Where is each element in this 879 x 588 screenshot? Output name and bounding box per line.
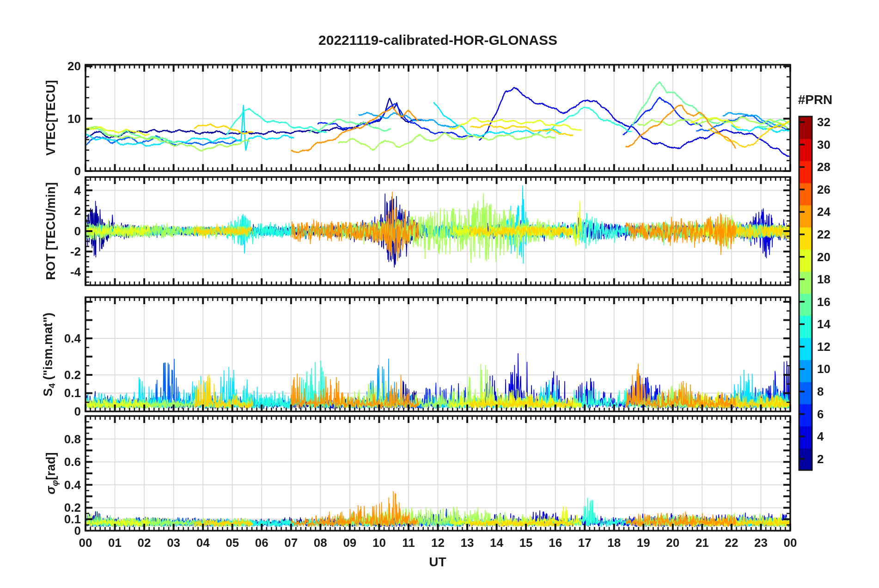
colorbar-tick-label: 8	[817, 384, 845, 399]
x-tick-label: 11	[392, 535, 425, 550]
x-tick-label: 22	[715, 535, 748, 550]
colorbar-tick-label: 14	[817, 317, 845, 331]
x-tick-label: 18	[598, 535, 630, 550]
x-tick-label: 23	[745, 535, 777, 550]
x-tick-label: 02	[128, 535, 160, 550]
x-tick-label: 12	[422, 535, 454, 550]
x-tick-label: 04	[187, 535, 219, 550]
colorbar-title: #PRN	[787, 92, 843, 107]
x-tick-label: 13	[451, 535, 483, 550]
x-tick-label: 21	[686, 535, 718, 550]
x-tick-label: 17	[568, 535, 601, 550]
x-tick-label: 06	[245, 535, 278, 550]
colorbar-tick-label: 16	[817, 294, 845, 309]
x-axis-label: UT	[391, 555, 484, 570]
colorbar-tick-label: 24	[817, 204, 845, 219]
chart-title: 20221119-calibrated-HOR-GLONASS	[85, 32, 790, 48]
x-tick-label: 20	[657, 535, 689, 550]
x-tick-label: 10	[363, 535, 395, 550]
colorbar-tick-label: 30	[817, 137, 845, 152]
colorbar-tick-label: 32	[817, 115, 845, 129]
colorbar-tick-label: 4	[817, 429, 845, 444]
x-tick-label: 07	[275, 535, 307, 550]
colorbar-tick-label: 28	[817, 159, 845, 174]
x-tick-label: 01	[99, 535, 131, 550]
y-axis-label-sigma: σφ[rad]	[43, 358, 59, 588]
x-tick-label: 03	[158, 535, 190, 550]
x-tick-label: 09	[334, 535, 366, 550]
x-tick-label: 15	[510, 535, 542, 550]
x-tick-label: 00	[774, 535, 806, 550]
x-tick-label: 00	[69, 535, 102, 550]
colorbar-tick-label: 2	[817, 452, 845, 466]
x-tick-label: 05	[216, 535, 249, 550]
x-tick-label: 14	[481, 535, 513, 550]
x-tick-label: 16	[539, 535, 572, 550]
figure-root: 20221119-calibrated-HOR-GLONASS UT #PRN …	[0, 0, 879, 588]
x-tick-label: 08	[304, 535, 336, 550]
colorbar-tick-label: 10	[817, 361, 845, 376]
colorbar-tick-label: 12	[817, 339, 845, 354]
colorbar-tick-label: 26	[817, 182, 845, 197]
colorbar-tick-label: 20	[817, 250, 845, 264]
x-tick-label: 19	[627, 535, 659, 550]
colorbar-tick-label: 22	[817, 227, 845, 242]
colorbar-tick-label: 6	[817, 407, 845, 422]
colorbar-tick-label: 18	[817, 272, 845, 287]
plot-canvas	[0, 0, 879, 588]
